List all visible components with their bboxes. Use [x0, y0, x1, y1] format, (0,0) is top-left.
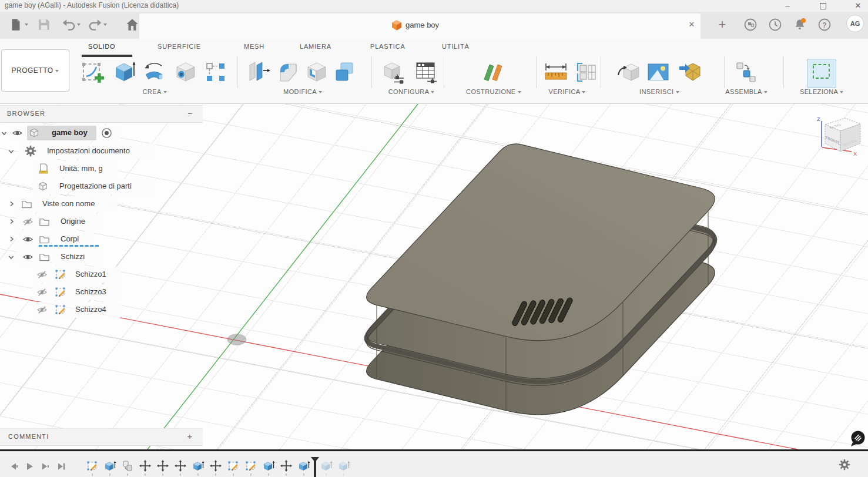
- step-back-icon[interactable]: [8, 461, 19, 472]
- chevron-down-icon[interactable]: [1, 130, 7, 136]
- minimize-button[interactable]: –: [777, 0, 797, 12]
- avatar[interactable]: AG: [846, 15, 864, 32]
- file-menu-icon[interactable]: [8, 17, 24, 32]
- tab-lamiera[interactable]: LAMIERA: [300, 43, 331, 50]
- browser-row-corpi[interactable]: Corpi: [0, 231, 203, 248]
- close-window-button[interactable]: ✕: [848, 0, 868, 12]
- timeline-feature-move[interactable]: [174, 459, 187, 476]
- timeline-feature-extrude[interactable]: [262, 459, 275, 476]
- browser-collapse-button[interactable]: −: [185, 108, 195, 119]
- activate-radio-icon[interactable]: [101, 127, 112, 139]
- browser-row-unita[interactable]: Unità: mm, g: [0, 160, 203, 177]
- chevron-right-icon[interactable]: [9, 236, 15, 242]
- play-icon[interactable]: [24, 461, 35, 472]
- browser-row-schizzo1[interactable]: Schizzo1: [0, 266, 203, 283]
- timeline-feature-move[interactable]: [156, 459, 169, 476]
- redo-caret[interactable]: [103, 23, 107, 26]
- extrude-icon[interactable]: [111, 59, 137, 85]
- timeline-feature-sketch[interactable]: [227, 459, 240, 476]
- revolve-icon[interactable]: [141, 59, 167, 85]
- configuration-table-icon[interactable]: [413, 59, 439, 85]
- select-tool-active[interactable]: [807, 59, 836, 88]
- tab-plastica[interactable]: PLASTICA: [370, 43, 405, 50]
- timeline-feature-extrude[interactable]: [337, 459, 350, 476]
- new-component-icon[interactable]: [733, 59, 759, 85]
- group-modifica[interactable]: MODIFICA: [267, 88, 338, 98]
- canvas-image-icon[interactable]: [645, 59, 671, 85]
- timeline-feature-move[interactable]: [139, 459, 152, 476]
- browser-row-schizzi[interactable]: Schizzi: [0, 248, 203, 266]
- timeline-feature-extrude[interactable]: [297, 459, 310, 476]
- combine-icon[interactable]: [332, 59, 358, 85]
- configure-icon[interactable]: [380, 59, 406, 85]
- maximize-button[interactable]: [813, 0, 833, 12]
- timeline-feature-copy[interactable]: [121, 459, 134, 476]
- new-tab-button[interactable]: +: [714, 15, 730, 34]
- eye-icon[interactable]: [12, 127, 23, 139]
- extensions-icon[interactable]: [743, 17, 758, 32]
- measure-icon[interactable]: [543, 59, 569, 85]
- save-icon[interactable]: [36, 17, 52, 32]
- file-menu-caret[interactable]: [25, 23, 28, 26]
- create-sketch-icon[interactable]: [81, 59, 106, 85]
- timeline-feature-move[interactable]: [280, 459, 293, 476]
- eye-icon[interactable]: [22, 234, 33, 245]
- project-panel-button[interactable]: PROGETTO: [1, 49, 69, 92]
- eye-off-icon[interactable]: [36, 269, 48, 280]
- group-crea[interactable]: CREA: [122, 88, 187, 98]
- timeline-feature-sketch[interactable]: [86, 459, 99, 476]
- document-tab-close-icon[interactable]: ✕: [686, 20, 698, 29]
- tab-solido[interactable]: SOLIDO: [88, 43, 115, 50]
- step-forward-icon[interactable]: [40, 461, 51, 472]
- timeline-feature-sketch[interactable]: [244, 459, 257, 476]
- component-name[interactable]: game boy: [52, 128, 88, 137]
- add-comment-button[interactable]: +: [185, 431, 195, 442]
- shell-icon[interactable]: [304, 59, 330, 85]
- feedback-chat-bubble[interactable]: [850, 430, 866, 448]
- eye-off-icon[interactable]: [36, 304, 48, 315]
- redo-icon[interactable]: [88, 17, 103, 32]
- timeline-feature-move[interactable]: [209, 459, 222, 476]
- construction-plane-icon[interactable]: [480, 59, 505, 85]
- group-verifica[interactable]: VERIFICA: [532, 88, 602, 98]
- go-to-end-icon[interactable]: [56, 461, 66, 472]
- undo-caret[interactable]: [77, 23, 81, 26]
- tab-mesh[interactable]: MESH: [244, 43, 264, 50]
- group-assembla[interactable]: ASSEMBLA: [710, 88, 783, 98]
- eye-icon[interactable]: [22, 251, 33, 263]
- browser-row-game-boy[interactable]: game boy: [0, 125, 203, 142]
- eye-off-icon[interactable]: [36, 287, 48, 298]
- browser-row-impostazioni[interactable]: Impostazioni documento: [0, 143, 203, 160]
- group-seleziona[interactable]: SELEZIONA: [785, 88, 858, 98]
- insert-derive-icon[interactable]: [616, 59, 642, 85]
- fillet-icon[interactable]: [274, 59, 300, 85]
- timeline-feature-extrude[interactable]: [320, 459, 333, 476]
- group-costruzione[interactable]: COSTRUZIONE: [453, 88, 535, 98]
- group-inserisci[interactable]: INSERISCI: [623, 88, 696, 98]
- notifications-bell-icon[interactable]: [792, 17, 807, 32]
- job-status-clock-icon[interactable]: [768, 17, 783, 32]
- rollback-marker[interactable]: [311, 457, 319, 477]
- hole-icon[interactable]: [173, 59, 199, 85]
- group-configura[interactable]: CONFIGURA: [375, 88, 448, 98]
- browser-row-origine[interactable]: Origine: [0, 213, 203, 230]
- help-icon[interactable]: ?: [817, 17, 832, 32]
- chevron-down-icon[interactable]: [8, 254, 14, 260]
- press-pull-icon[interactable]: [245, 59, 271, 85]
- timeline-settings-gear-icon[interactable]: [839, 459, 850, 471]
- insert-mesh-icon[interactable]: [678, 59, 703, 85]
- chevron-right-icon[interactable]: [9, 219, 15, 224]
- home-icon[interactable]: [125, 17, 140, 32]
- timeline-feature-extrude[interactable]: [192, 459, 205, 476]
- tab-superficie[interactable]: SUPERFICIE: [157, 43, 201, 50]
- chevron-down-icon[interactable]: [8, 149, 14, 154]
- rectangular-pattern-icon[interactable]: [203, 59, 229, 85]
- browser-row-progettazione[interactable]: Progettazione di parti: [0, 178, 203, 195]
- document-tab[interactable]: game boy ✕: [139, 14, 701, 39]
- browser-row-viste[interactable]: Viste con nome: [0, 196, 203, 213]
- tab-utilita[interactable]: UTILITÀ: [442, 43, 470, 50]
- undo-icon[interactable]: [61, 17, 76, 32]
- chevron-right-icon[interactable]: [9, 201, 15, 207]
- eye-off-icon[interactable]: [22, 216, 33, 227]
- browser-row-schizzo3[interactable]: Schizzo3: [0, 284, 203, 301]
